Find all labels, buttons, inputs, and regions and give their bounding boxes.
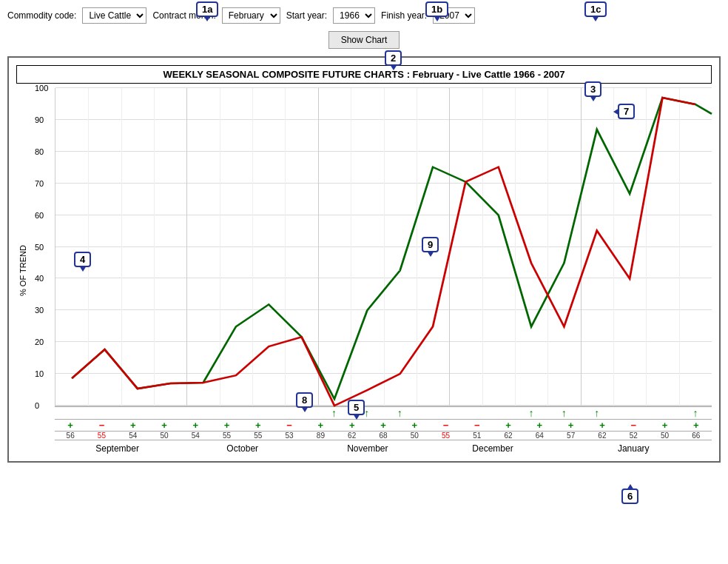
num-8: 89 bbox=[305, 432, 336, 440]
grid-area: 0 10 20 30 40 50 60 70 80 90 100 bbox=[55, 88, 712, 406]
num-16: 57 bbox=[556, 432, 587, 440]
bottom-section: ↑ ↑ ↑ ↑ ↑ ↑ ↑ + bbox=[55, 406, 712, 454]
show-chart-button[interactable]: Show Chart bbox=[328, 31, 400, 49]
arrow-cell-16[interactable]: ↑ bbox=[581, 407, 613, 419]
num-2: 54 bbox=[118, 432, 149, 440]
arrow-cell-6[interactable] bbox=[252, 407, 284, 419]
num-14: 62 bbox=[493, 432, 524, 440]
finish-label: Finish year: bbox=[381, 10, 427, 21]
arrow-cell-13[interactable] bbox=[482, 407, 514, 419]
sign-9[interactable]: + bbox=[337, 420, 368, 431]
sign-5[interactable]: + bbox=[211, 420, 242, 431]
chart-area: % OF TREND bbox=[16, 88, 712, 454]
signs-row: + − + + + + + − + + + + − − + + + bbox=[55, 420, 712, 432]
start-year-select[interactable]: 1966 1967 bbox=[333, 7, 375, 24]
y-tick-0: 0 bbox=[35, 401, 39, 410]
arrow-cell-1[interactable] bbox=[87, 407, 120, 419]
sign-19[interactable]: + bbox=[649, 420, 680, 431]
sign-6[interactable]: + bbox=[243, 420, 274, 431]
month-january: January bbox=[556, 443, 712, 454]
y-tick-30: 30 bbox=[35, 306, 44, 315]
arrow-cell-10[interactable]: ↑ bbox=[383, 407, 416, 419]
y-tick-40: 40 bbox=[35, 274, 44, 283]
sign-3[interactable]: + bbox=[149, 420, 180, 431]
num-10: 68 bbox=[368, 432, 399, 440]
red-line bbox=[72, 98, 695, 406]
sign-12[interactable]: − bbox=[430, 420, 461, 431]
num-0: 56 bbox=[55, 432, 86, 440]
sign-17[interactable]: + bbox=[587, 420, 618, 431]
y-axis-label: % OF TREND bbox=[16, 88, 30, 454]
num-11: 50 bbox=[399, 432, 430, 440]
arrow-cell-17[interactable] bbox=[613, 407, 646, 419]
arrow-cell-5[interactable] bbox=[219, 407, 252, 419]
contract-select[interactable]: February January March bbox=[222, 7, 280, 24]
y-tick-10: 10 bbox=[35, 369, 44, 378]
sign-10[interactable]: + bbox=[368, 420, 399, 431]
num-19: 50 bbox=[649, 432, 680, 440]
contract-label: Contract month: bbox=[152, 10, 215, 21]
arrow-cell-0[interactable] bbox=[55, 407, 87, 419]
top-bar: Commodity code: Live Cattle Corn Wheat C… bbox=[7, 7, 721, 24]
num-12: 55 bbox=[430, 432, 461, 440]
green-line bbox=[72, 98, 712, 399]
chart-container: WEEKLY SEASONAL COMPOSITE FUTURE CHARTS … bbox=[7, 56, 721, 463]
chart-title: WEEKLY SEASONAL COMPOSITE FUTURE CHARTS … bbox=[16, 65, 712, 84]
month-september: September bbox=[55, 443, 180, 454]
num-17: 62 bbox=[587, 432, 618, 440]
arrow-cell-8[interactable]: ↑ bbox=[317, 407, 350, 419]
arrows-row: ↑ ↑ ↑ ↑ ↑ ↑ ↑ bbox=[55, 406, 712, 420]
sign-16[interactable]: + bbox=[556, 420, 587, 431]
sign-2[interactable]: + bbox=[118, 420, 149, 431]
arrow-cell-3[interactable] bbox=[153, 407, 186, 419]
arrow-cell-9[interactable]: ↑ bbox=[351, 407, 383, 419]
num-6: 55 bbox=[243, 432, 274, 440]
sign-11[interactable]: + bbox=[399, 420, 430, 431]
chart-inner: 0 10 20 30 40 50 60 70 80 90 100 bbox=[33, 88, 712, 454]
y-tick-100: 100 bbox=[35, 84, 48, 93]
arrow-cell-12[interactable] bbox=[449, 407, 482, 419]
arrow-cell-2[interactable] bbox=[121, 407, 153, 419]
sign-13[interactable]: − bbox=[462, 420, 493, 431]
finish-year-select[interactable]: 2007 2006 bbox=[433, 7, 475, 24]
num-3: 50 bbox=[149, 432, 180, 440]
start-label: Start year: bbox=[286, 10, 327, 21]
y-tick-50: 50 bbox=[35, 243, 44, 252]
num-15: 64 bbox=[524, 432, 555, 440]
chart-svg bbox=[55, 88, 712, 406]
sign-8[interactable]: + bbox=[305, 420, 336, 431]
num-9: 62 bbox=[337, 432, 368, 440]
num-1: 55 bbox=[86, 432, 117, 440]
numbers-row: 56 55 54 50 54 55 55 53 89 62 68 50 55 5… bbox=[55, 432, 712, 440]
arrow-cell-15[interactable]: ↑ bbox=[547, 407, 580, 419]
sign-4[interactable]: + bbox=[180, 420, 211, 431]
num-20: 66 bbox=[681, 432, 712, 440]
arrow-cell-4[interactable] bbox=[186, 407, 219, 419]
sign-18[interactable]: − bbox=[618, 420, 649, 431]
month-labels: September October November December Janu… bbox=[55, 443, 712, 454]
show-chart-row: Show Chart bbox=[7, 31, 721, 49]
sign-14[interactable]: + bbox=[493, 420, 524, 431]
arrow-cell-7[interactable] bbox=[285, 407, 317, 419]
arrow-cell-18[interactable] bbox=[646, 407, 678, 419]
commodity-select[interactable]: Live Cattle Corn Wheat bbox=[82, 7, 146, 24]
num-13: 51 bbox=[462, 432, 493, 440]
num-4: 54 bbox=[180, 432, 211, 440]
arrow-cell-11[interactable] bbox=[416, 407, 448, 419]
sign-0[interactable]: + bbox=[55, 420, 86, 431]
month-october: October bbox=[180, 443, 305, 454]
y-tick-70: 70 bbox=[35, 179, 44, 188]
y-tick-90: 90 bbox=[35, 115, 44, 124]
arrow-cell-14[interactable]: ↑ bbox=[515, 407, 547, 419]
y-tick-80: 80 bbox=[35, 147, 44, 156]
sign-15[interactable]: + bbox=[524, 420, 555, 431]
num-5: 55 bbox=[211, 432, 242, 440]
month-december: December bbox=[430, 443, 555, 454]
y-tick-60: 60 bbox=[35, 211, 44, 220]
num-7: 53 bbox=[274, 432, 305, 440]
sign-20[interactable]: + bbox=[681, 420, 712, 431]
arrow-cell-19[interactable]: ↑ bbox=[679, 407, 712, 419]
num-18: 52 bbox=[618, 432, 649, 440]
sign-7[interactable]: − bbox=[274, 420, 305, 431]
sign-1[interactable]: − bbox=[86, 420, 117, 431]
